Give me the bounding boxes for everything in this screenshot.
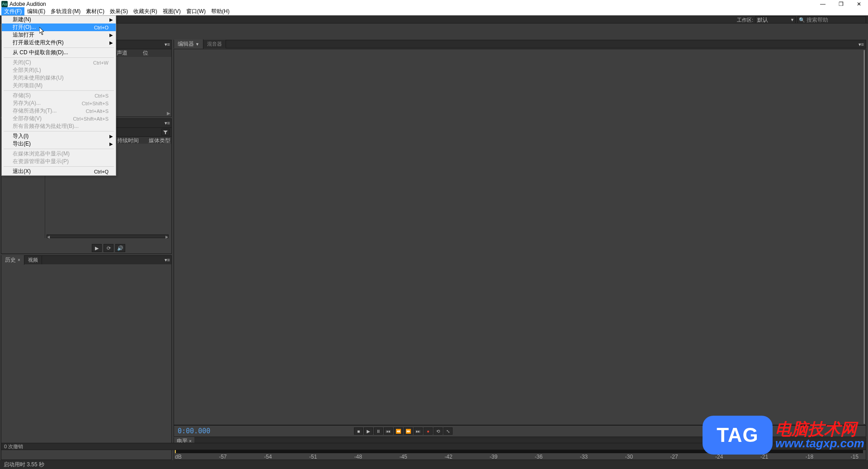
close-button[interactable]: ✕ <box>850 0 868 8</box>
pause-button[interactable]: ⏸ <box>374 427 383 435</box>
record-button[interactable]: ● <box>424 427 433 435</box>
menu-multitrack[interactable]: 多轨混音(M) <box>48 7 83 16</box>
editor-area: 编辑器▼ 混音器 ▾≡ 0:00.000 ■ ▶ ⏸ ⏮ ⏪ ⏩ ⏭ ● ⟲ ⤡ <box>174 40 866 460</box>
tab-video[interactable]: 视频 <box>24 256 42 264</box>
history-body <box>1 265 171 460</box>
file-menu-dropdown: 新建(N)▶打开(O)...Ctrl+O追加打开▶打开最近使用文件(R)▶从 C… <box>1 15 116 176</box>
skip-back-button[interactable]: ⏮ <box>384 427 393 435</box>
panel-menu-icon[interactable]: ▾≡ <box>165 42 170 47</box>
watermark-text: 电脑技术网 www.tagxp.com <box>775 421 864 449</box>
file-menu-item[interactable]: 全部关闭(L) <box>2 66 116 74</box>
workspace-label: 工作区: <box>737 17 753 23</box>
watermark-tag: TAG <box>703 416 773 455</box>
workspace-dropdown[interactable]: 默认 ▼ <box>755 16 796 23</box>
preview-autoplay-button[interactable]: 🔊 <box>115 244 125 252</box>
chevron-down-icon[interactable]: ▼ <box>195 42 199 47</box>
db-tick: -39 <box>490 454 497 460</box>
file-menu-item[interactable]: 存储(S)Ctrl+S <box>2 92 116 99</box>
file-menu-item[interactable]: 所有音频存储为批处理(B)... <box>2 122 116 130</box>
file-menu-item[interactable]: 另存为(A)...Ctrl+Shift+S <box>2 99 116 107</box>
watermark-line1: 电脑技术网 <box>775 421 864 437</box>
forward-button[interactable]: ⏩ <box>404 427 413 435</box>
scroll-left-icon[interactable]: ◀ <box>47 235 52 238</box>
menu-window[interactable]: 窗口(W) <box>184 7 208 16</box>
editor-tabs: 编辑器▼ 混音器 ▾≡ <box>174 40 866 48</box>
watermark: TAG 电脑技术网 www.tagxp.com <box>703 416 864 455</box>
preview-loop-button[interactable]: ⟳ <box>104 244 113 252</box>
close-icon[interactable]: × <box>18 258 20 263</box>
app-body: ▾≡ 采样率 声道 位 ▶ ▾≡ ↻ ✚ 名称▲ 持续时间 媒体类型 <box>0 15 868 460</box>
skip-selection-button[interactable]: ⤡ <box>443 427 453 435</box>
db-tick: -57 <box>219 454 226 460</box>
col-bit[interactable]: 位 <box>143 49 163 57</box>
watermark-line2: www.tagxp.com <box>775 437 864 449</box>
tab-mixer[interactable]: 混音器 <box>203 40 226 48</box>
search-placeholder: 搜索帮助 <box>807 16 828 24</box>
preview-play-button[interactable]: ▶ <box>92 244 102 252</box>
file-menu-item[interactable]: 打开最近使用文件(R)▶ <box>2 39 116 47</box>
v-scroll-indicator[interactable] <box>864 50 864 424</box>
rewind-button[interactable]: ⏪ <box>394 427 403 435</box>
panel-menu-icon[interactable]: ▾≡ <box>859 42 864 47</box>
timecode-display[interactable]: 0:00.000 <box>178 427 210 435</box>
menu-favorites[interactable]: 收藏夹(R) <box>131 7 160 16</box>
menu-edit[interactable]: 编辑(E) <box>24 7 48 16</box>
statusbar: 启动用时 3.55 秒 <box>0 460 868 469</box>
file-menu-item[interactable]: 在媒体浏览器中显示(M) <box>2 150 116 158</box>
file-menu-item[interactable]: 关闭项目(M) <box>2 82 116 89</box>
maximize-button[interactable]: ❐ <box>832 0 850 8</box>
menu-clip[interactable]: 素材(C) <box>83 7 107 16</box>
stop-button[interactable]: ■ <box>354 427 363 435</box>
minimize-button[interactable]: — <box>814 0 832 8</box>
file-menu-item[interactable]: 存储所选择为(T)...Ctrl+Alt+S <box>2 107 116 115</box>
file-menu-item[interactable]: 追加打开▶ <box>2 31 116 39</box>
menu-file[interactable]: 文件(F) <box>1 7 24 16</box>
file-menu-item[interactable]: 导出(E)▶ <box>2 140 116 148</box>
menu-effects[interactable]: 效果(S) <box>107 7 131 16</box>
toolbar-right: 工作区: 默认 ▼ 🔍 搜索帮助 <box>737 16 866 23</box>
transport-buttons: ■ ▶ ⏸ ⏮ ⏪ ⏩ ⏭ ● ⟲ ⤡ <box>354 427 453 435</box>
history-tabs: 历史× 视频 ▾≡ <box>1 256 171 264</box>
col-media-type[interactable]: 媒体类型 <box>149 137 171 144</box>
file-menu-item[interactable]: 关闭未使用的媒体(U) <box>2 74 116 82</box>
file-menu-item[interactable]: 新建(N)▶ <box>2 16 116 23</box>
play-button[interactable]: ▶ <box>364 427 373 435</box>
scroll-right-arrow[interactable]: ▶ <box>167 111 170 116</box>
file-menu-item[interactable]: 导入(I)▶ <box>2 132 116 140</box>
col-channels[interactable]: 声道 <box>117 49 143 57</box>
file-menu-item[interactable]: 关闭(C)Ctrl+W <box>2 59 116 66</box>
panel-menu-icon[interactable]: ▾≡ <box>165 257 170 263</box>
cursor-icon <box>39 27 45 35</box>
col-duration[interactable]: 持续时间 <box>117 137 149 144</box>
panel-menu-icon[interactable]: ▾≡ <box>165 120 170 126</box>
db-tick: -54 <box>264 454 272 460</box>
h-scrollbar[interactable]: ◀ ▶ <box>47 234 169 238</box>
file-menu-item[interactable]: 退出(X)Ctrl+Q <box>2 168 116 175</box>
filter-button[interactable] <box>161 129 170 136</box>
db-tick: -48 <box>354 454 362 460</box>
media-preview-buttons: ▶ ⟳ 🔊 <box>92 244 125 252</box>
workspace-current: 默认 <box>757 16 768 24</box>
file-menu-item[interactable]: 从 CD 中提取音频(D)... <box>2 49 116 56</box>
scroll-right-icon[interactable]: ▶ <box>164 235 168 238</box>
tab-history[interactable]: 历史× <box>1 255 24 265</box>
file-menu-item[interactable]: 在资源管理器中显示(P) <box>2 158 116 165</box>
file-menu-item[interactable]: 打开(O)...Ctrl+O <box>2 23 116 31</box>
loop-button[interactable]: ⟲ <box>434 427 443 435</box>
titlebar: Au Adobe Audition <box>0 0 868 8</box>
db-tick: -30 <box>625 454 632 460</box>
status-text: 启动用时 3.55 秒 <box>4 461 44 469</box>
help-search[interactable]: 🔍 搜索帮助 <box>797 16 866 23</box>
tab-editor-label: 编辑器 <box>178 40 194 48</box>
tab-editor[interactable]: 编辑器▼ <box>174 39 203 49</box>
menu-help[interactable]: 帮助(H) <box>208 7 232 16</box>
file-menu-item[interactable]: 全部存储(V)Ctrl+Shift+Alt+S <box>2 115 116 122</box>
search-icon: 🔍 <box>799 17 805 23</box>
menu-view[interactable]: 视图(V) <box>160 7 184 16</box>
db-tick: -36 <box>535 454 542 460</box>
app-title: Adobe Audition <box>9 1 46 7</box>
editor-canvas[interactable] <box>174 49 866 425</box>
tab-history-label: 历史 <box>5 257 16 263</box>
skip-forward-button[interactable]: ⏭ <box>414 427 423 435</box>
db-tick: -45 <box>399 454 407 460</box>
